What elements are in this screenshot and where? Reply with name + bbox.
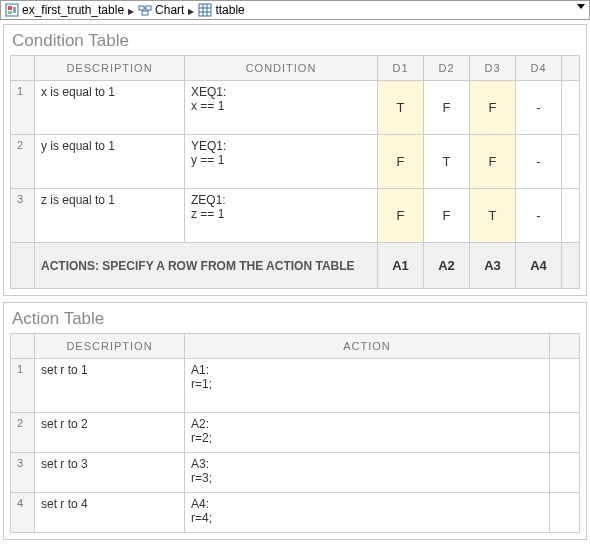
decision-cell[interactable]: F <box>424 81 470 135</box>
col-header-description: DESCRIPTION <box>35 334 185 359</box>
action-cell[interactable]: A3: r=3; <box>185 453 550 493</box>
action-ref-cell[interactable]: A4 <box>516 243 562 289</box>
row-number: 2 <box>11 135 35 189</box>
decision-cell[interactable]: F <box>470 81 516 135</box>
decision-cell[interactable]: F <box>424 189 470 243</box>
table-row: 2y is equal to 1YEQ1: y == 1FTF- <box>11 135 580 189</box>
svg-rect-2 <box>8 11 12 14</box>
filler-cell <box>562 243 580 289</box>
action-cell[interactable]: A1: r=1; <box>185 359 550 413</box>
breadcrumb-label-0: ex_first_truth_table <box>22 3 124 17</box>
filler-cell <box>562 189 580 243</box>
description-cell[interactable]: set r to 2 <box>35 413 185 453</box>
row-number: 3 <box>11 189 35 243</box>
filler-cell <box>562 135 580 189</box>
model-icon <box>5 3 19 17</box>
breadcrumb-item-ttable[interactable]: ttable <box>196 3 246 17</box>
table-row: 1x is equal to 1XEQ1: x == 1TFF- <box>11 81 580 135</box>
breadcrumb-item-chart[interactable]: Chart <box>136 3 186 17</box>
row-number <box>11 243 35 289</box>
table-row: 2set r to 2A2: r=2; <box>11 413 580 453</box>
table-row: 1set r to 1A1: r=1; <box>11 359 580 413</box>
svg-rect-6 <box>142 11 148 15</box>
chevron-right-icon <box>128 5 134 16</box>
breadcrumb-label-2: ttable <box>215 3 244 17</box>
action-specifier-row: ACTIONS: SPECIFY A ROW FROM THE ACTION T… <box>11 243 580 289</box>
description-cell[interactable]: z is equal to 1 <box>35 189 185 243</box>
col-header-num <box>11 56 35 81</box>
col-header-d1[interactable]: D1 <box>378 56 424 81</box>
action-ref-cell[interactable]: A3 <box>470 243 516 289</box>
decision-cell[interactable]: T <box>470 189 516 243</box>
breadcrumb-label-1: Chart <box>155 3 184 17</box>
row-number: 1 <box>11 359 35 413</box>
description-cell[interactable]: set r to 1 <box>35 359 185 413</box>
filler-cell <box>550 359 580 413</box>
col-header-filler <box>562 56 580 81</box>
filler-cell <box>550 493 580 533</box>
table-row: 3set r to 3A3: r=3; <box>11 453 580 493</box>
decision-cell[interactable]: F <box>378 135 424 189</box>
chevron-right-icon <box>188 5 194 16</box>
col-header-description: DESCRIPTION <box>35 56 185 81</box>
breadcrumb-dropdown-icon[interactable] <box>577 4 585 9</box>
filler-cell <box>550 413 580 453</box>
action-cell[interactable]: A4: r=4; <box>185 493 550 533</box>
svg-rect-3 <box>13 7 16 13</box>
decision-cell[interactable]: T <box>378 81 424 135</box>
col-header-d2[interactable]: D2 <box>424 56 470 81</box>
description-cell[interactable]: set r to 3 <box>35 453 185 493</box>
col-header-action: ACTION <box>185 334 550 359</box>
action-table-panel: Action Table DESCRIPTION ACTION 1set r t… <box>3 302 587 540</box>
svg-rect-8 <box>199 4 211 16</box>
row-number: 4 <box>11 493 35 533</box>
col-header-filler <box>550 334 580 359</box>
action-ref-cell[interactable]: A2 <box>424 243 470 289</box>
row-number: 2 <box>11 413 35 453</box>
col-header-num <box>11 334 35 359</box>
decision-cell[interactable]: F <box>378 189 424 243</box>
action-cell[interactable]: A2: r=2; <box>185 413 550 453</box>
row-number: 1 <box>11 81 35 135</box>
action-table-title: Action Table <box>12 309 580 329</box>
svg-rect-4 <box>139 6 144 10</box>
breadcrumb-item-model[interactable]: ex_first_truth_table <box>3 3 126 17</box>
breadcrumb: ex_first_truth_table Chart ttable <box>0 0 590 20</box>
filler-cell <box>550 453 580 493</box>
filler-cell <box>562 81 580 135</box>
action-ref-cell[interactable]: A1 <box>378 243 424 289</box>
condition-table-title: Condition Table <box>12 31 580 51</box>
condition-cell[interactable]: XEQ1: x == 1 <box>185 81 378 135</box>
description-cell[interactable]: x is equal to 1 <box>35 81 185 135</box>
condition-table: DESCRIPTION CONDITION D1 D2 D3 D4 1x is … <box>10 55 580 289</box>
truth-table-icon <box>198 3 212 17</box>
decision-cell[interactable]: - <box>516 81 562 135</box>
condition-table-panel: Condition Table DESCRIPTION CONDITION D1… <box>3 24 587 296</box>
table-row: 3z is equal to 1ZEQ1: z == 1FFT- <box>11 189 580 243</box>
condition-cell[interactable]: YEQ1: y == 1 <box>185 135 378 189</box>
decision-cell[interactable]: - <box>516 135 562 189</box>
svg-rect-1 <box>8 6 12 10</box>
svg-rect-5 <box>146 6 151 10</box>
decision-cell[interactable]: T <box>424 135 470 189</box>
description-cell[interactable]: y is equal to 1 <box>35 135 185 189</box>
col-header-d4[interactable]: D4 <box>516 56 562 81</box>
action-table: DESCRIPTION ACTION 1set r to 1A1: r=1;2s… <box>10 333 580 533</box>
decision-cell[interactable]: F <box>470 135 516 189</box>
action-specifier-label: ACTIONS: SPECIFY A ROW FROM THE ACTION T… <box>35 243 378 289</box>
col-header-condition: CONDITION <box>185 56 378 81</box>
col-header-d3[interactable]: D3 <box>470 56 516 81</box>
table-row: 4set r to 4A4: r=4; <box>11 493 580 533</box>
row-number: 3 <box>11 453 35 493</box>
description-cell[interactable]: set r to 4 <box>35 493 185 533</box>
chart-icon <box>138 3 152 17</box>
condition-cell[interactable]: ZEQ1: z == 1 <box>185 189 378 243</box>
decision-cell[interactable]: - <box>516 189 562 243</box>
